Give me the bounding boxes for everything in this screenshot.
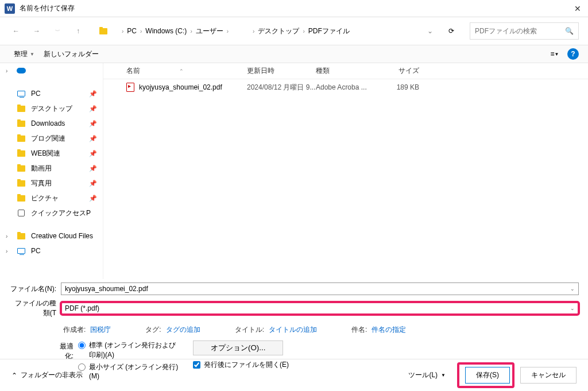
col-name[interactable]: 名前⌃: [126, 66, 247, 76]
pin-icon: 📌: [89, 135, 97, 142]
folder-icon: [16, 195, 26, 202]
folder-icon: [96, 25, 110, 37]
breadcrumb-dropdown[interactable]: ⌄: [427, 27, 433, 35]
chevron-up-icon: ⌃: [11, 371, 17, 380]
sidebar-item-label: WEB関連: [31, 149, 60, 158]
pin-icon: 📌: [89, 105, 97, 113]
author-value[interactable]: 国税庁: [90, 325, 111, 335]
footer: ⌃ フォルダーの非表示 ツール(L) ▼ 保存(S) キャンセル: [0, 359, 588, 391]
sidebar-item-label: PC: [31, 247, 41, 255]
folder-icon: [16, 106, 26, 112]
chevron-down-icon[interactable]: ⌄: [570, 305, 575, 311]
cancel-button[interactable]: キャンセル: [520, 367, 577, 384]
search-icon[interactable]: 🔍: [565, 27, 574, 35]
col-type[interactable]: 種類: [316, 66, 373, 76]
file-list-header: 名前⌃ 更新日時 種類 サイズ: [103, 63, 588, 79]
view-options-button[interactable]: ≡ ▼: [547, 46, 563, 62]
hide-folders-button[interactable]: ⌃ フォルダーの非表示: [11, 370, 83, 380]
filename-field[interactable]: ⌄: [61, 282, 579, 295]
new-folder-label: 新しいフォルダー: [44, 49, 99, 59]
breadcrumb[interactable]: › PC › Windows (C:) › ユーザー › › デスクトップ › …: [117, 26, 420, 36]
crumb-drive[interactable]: Windows (C:): [145, 27, 187, 35]
save-form: ファイル名(N): ⌄ ファイルの種類(T PDF (*.pdf) ⌄: [0, 279, 588, 318]
sidebar-item-downloads[interactable]: Downloads📌: [0, 116, 103, 131]
organize-label: 整理: [14, 49, 28, 59]
sidebar-item-video[interactable]: 動画用📌: [0, 161, 103, 176]
subject-value[interactable]: 件名の指定: [372, 325, 406, 335]
sidebar-item-label: Downloads: [31, 119, 65, 127]
expand-icon[interactable]: ›: [6, 248, 11, 254]
sidebar-item-label: ブログ関連: [31, 134, 65, 144]
help-button[interactable]: ?: [567, 48, 579, 60]
sidebar-item-blog[interactable]: ブログ関連📌: [0, 131, 103, 146]
sidebar-item-desktop[interactable]: デスクトップ📌: [0, 101, 103, 116]
col-size[interactable]: サイズ: [373, 66, 419, 76]
sidebar-item-label: 動画用: [31, 164, 52, 173]
sidebar-item-creative-cloud[interactable]: ›Creative Cloud Files: [0, 229, 103, 243]
sidebar-item-quick[interactable]: クイックアクセスP: [0, 206, 103, 220]
pin-icon: 📌: [89, 180, 97, 187]
chevron-right-icon: ›: [303, 28, 304, 34]
crumb-folder[interactable]: PDFファイル: [308, 26, 350, 36]
folder-icon: [16, 150, 26, 157]
chevron-right-icon: ›: [190, 28, 192, 34]
chevron-right-icon: ›: [122, 28, 123, 34]
sidebar-top-item[interactable]: ›: [0, 63, 103, 78]
filename-input[interactable]: [65, 285, 570, 293]
close-button[interactable]: ✕: [574, 4, 583, 13]
pin-icon: 📌: [89, 150, 97, 157]
optimize-standard[interactable]: 標準 (オンライン発行および印刷)(A): [78, 340, 181, 360]
radio-standard[interactable]: [78, 342, 86, 349]
file-type: Adobe Acroba ...: [316, 83, 373, 91]
file-list: 名前⌃ 更新日時 種類 サイズ kyojyusya_shoumei_02.pdf…: [103, 63, 588, 279]
tag-value[interactable]: タグの追加: [166, 325, 200, 335]
filetype-field[interactable]: PDF (*.pdf) ⌄: [61, 302, 579, 315]
save-button[interactable]: 保存(S): [465, 367, 510, 384]
folder-icon: [16, 233, 26, 239]
folder-icon: [16, 180, 26, 187]
sidebar-item-label: PC: [31, 90, 41, 98]
sidebar-item-pictures[interactable]: ピクチャ📌: [0, 191, 103, 206]
chevron-down-icon: ▼: [30, 52, 34, 57]
cloud-icon: [16, 68, 26, 73]
sidebar-item-pc2[interactable]: ›PC: [0, 243, 103, 258]
sidebar-item-label: Creative Cloud Files: [31, 232, 93, 240]
forward-button[interactable]: →: [30, 24, 44, 38]
quick-access-icon: [16, 210, 26, 216]
crumb-pc[interactable]: PC: [127, 27, 137, 35]
expand-icon[interactable]: ›: [6, 233, 11, 239]
chevron-right-icon: ›: [227, 28, 229, 34]
subject-label: 件名:: [351, 325, 367, 335]
sidebar-item-pc[interactable]: PC📌: [0, 86, 103, 101]
tools-button[interactable]: ツール(L) ▼: [404, 368, 450, 382]
file-row[interactable]: kyojyusya_shoumei_02.pdf 2024/08/12 月曜日 …: [103, 79, 588, 95]
search-box[interactable]: 🔍: [470, 22, 579, 40]
sidebar-item-web[interactable]: WEB関連📌: [0, 146, 103, 161]
toolbar: 整理 ▼ 新しいフォルダー ≡ ▼ ?: [0, 45, 588, 63]
sidebar-item-photo[interactable]: 写真用📌: [0, 176, 103, 191]
folder-icon: [16, 165, 26, 172]
title-value[interactable]: タイトルの追加: [269, 325, 317, 335]
up-button[interactable]: ↑: [71, 24, 85, 38]
crumb-users[interactable]: ユーザー: [196, 26, 223, 36]
chevron-down-icon[interactable]: ⌄: [570, 286, 575, 292]
pdf-icon: [126, 83, 134, 92]
recent-dropdown[interactable]: ﹀: [51, 24, 64, 38]
expand-icon[interactable]: ›: [6, 68, 11, 74]
pin-icon: 📌: [89, 120, 97, 127]
back-button[interactable]: ←: [9, 24, 23, 38]
refresh-button[interactable]: ⟳: [444, 24, 458, 38]
crumb-desktop[interactable]: デスクトップ: [258, 26, 299, 36]
navigation-bar: ← → ﹀ ↑ › PC › Windows (C:) › ユーザー › › デ…: [0, 17, 588, 45]
file-name: kyojyusya_shoumei_02.pdf: [139, 83, 222, 91]
title-label: タイトル:: [235, 325, 264, 335]
pin-icon: 📌: [89, 90, 97, 98]
chevron-down-icon: ▼: [441, 373, 446, 378]
author-label: 作成者:: [63, 325, 86, 335]
col-date[interactable]: 更新日時: [247, 66, 316, 76]
new-folder-button[interactable]: 新しいフォルダー: [39, 47, 103, 61]
organize-button[interactable]: 整理 ▼: [9, 47, 39, 61]
options-button[interactable]: オプション(O)...: [193, 340, 283, 355]
window-title: 名前を付けて保存: [20, 3, 574, 13]
search-input[interactable]: [475, 27, 565, 35]
